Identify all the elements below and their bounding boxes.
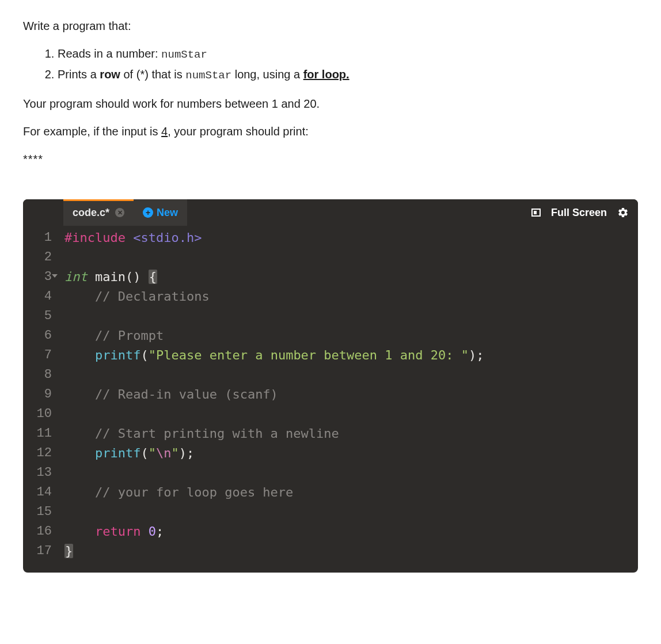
tok-string: "	[149, 446, 156, 460]
line-number: 2	[23, 248, 52, 267]
text: Reads in a number:	[58, 47, 161, 60]
code-area[interactable]: 1234567891011121314151617 #include <stdi…	[23, 226, 638, 573]
line-number: 5	[23, 306, 52, 326]
indent	[64, 524, 95, 539]
tab-code-c[interactable]: code.c* ✕	[63, 199, 134, 226]
underlined-bold: for loop.	[303, 68, 350, 81]
line-number: 1	[23, 228, 52, 248]
line-number: 9	[23, 385, 52, 404]
tok-type: int	[64, 270, 88, 284]
example-output: ****	[23, 150, 638, 168]
tok-comment: // Start printing with a newline	[64, 426, 339, 441]
fullscreen-button[interactable]: Full Screen	[551, 205, 607, 221]
tab-label: New	[157, 205, 178, 221]
prompt-range: Your program should work for numbers bet…	[23, 95, 638, 112]
tok-punct: ;	[156, 524, 164, 539]
exercise-prompt: Write a program that: Reads in a number:…	[23, 17, 638, 168]
bold-text: row	[100, 68, 120, 81]
fullscreen-icon[interactable]	[531, 209, 541, 217]
text: long, using a	[231, 68, 303, 81]
line-number: 3	[23, 267, 52, 287]
tok-brace: {	[149, 270, 157, 284]
inline-code: numStar	[161, 48, 207, 61]
tok-preproc: #include	[64, 230, 126, 245]
line-number: 4	[23, 287, 52, 306]
tok-comment: // Prompt	[64, 328, 164, 343]
line-number: 16	[23, 522, 52, 541]
underlined: 4	[161, 125, 168, 138]
indent	[64, 348, 95, 362]
line-number: 8	[23, 365, 52, 385]
line-number-gutter: 1234567891011121314151617	[23, 228, 58, 561]
tok-include: <stdio.h>	[133, 230, 202, 245]
tok-comment: // Declarations	[64, 289, 210, 304]
prompt-item-1: Reads in a number: numStar	[58, 45, 638, 63]
tok-func: printf	[95, 348, 140, 362]
prompt-intro: Write a program that:	[23, 17, 638, 35]
line-number: 6	[23, 326, 52, 346]
line-number: 17	[23, 541, 52, 561]
editor-tab-bar: code.c* ✕ + New Full Screen	[23, 199, 638, 226]
tok-comment: // your for loop goes here	[64, 485, 293, 499]
close-icon[interactable]: ✕	[115, 208, 124, 217]
gear-icon[interactable]	[617, 207, 629, 218]
tok-number: 0	[149, 524, 156, 539]
line-number: 10	[23, 404, 52, 424]
tok-brace: }	[64, 544, 73, 558]
tok-string: "	[171, 446, 178, 460]
line-number: 12	[23, 444, 52, 463]
inline-code: numStar	[185, 69, 231, 82]
tab-label: code.c*	[73, 205, 109, 221]
line-number: 11	[23, 424, 52, 444]
tab-new[interactable]: + New	[134, 199, 187, 226]
code-editor: code.c* ✕ + New Full Screen 123456789101…	[23, 199, 638, 573]
tok-punct: (	[140, 348, 148, 362]
editor-toolbar-right: Full Screen	[531, 199, 638, 226]
line-number: 14	[23, 483, 52, 502]
text: , your program should print:	[168, 125, 309, 138]
text: Prints a	[58, 68, 100, 81]
line-number: 7	[23, 346, 52, 365]
tok-keyword: return	[95, 524, 140, 539]
plus-icon: +	[143, 207, 153, 218]
space	[140, 524, 148, 539]
tok-string: "Please enter a number between 1 and 20:…	[149, 348, 469, 362]
tok-punct: (	[140, 446, 148, 460]
prompt-example: For example, if the input is 4, your pro…	[23, 123, 638, 140]
prompt-item-2: Prints a row of (*) that is numStar long…	[58, 66, 638, 84]
prompt-list: Reads in a number: numStar Prints a row …	[58, 45, 638, 84]
indent	[64, 446, 95, 460]
text: of (*) that is	[120, 68, 185, 81]
line-number: 13	[23, 463, 52, 483]
text: For example, if the input is	[23, 125, 161, 138]
tok-ident: main()	[88, 270, 149, 284]
tok-escape: \n	[156, 446, 172, 460]
fold-icon[interactable]	[52, 274, 58, 278]
code-content[interactable]: #include <stdio.h> int main() { // Decla…	[58, 228, 484, 561]
line-number: 15	[23, 502, 52, 522]
tok-punct: );	[179, 446, 195, 460]
tok-func: printf	[95, 446, 140, 460]
tok-punct: );	[469, 348, 484, 362]
tok-comment: // Read-in value (scanf)	[64, 387, 278, 401]
